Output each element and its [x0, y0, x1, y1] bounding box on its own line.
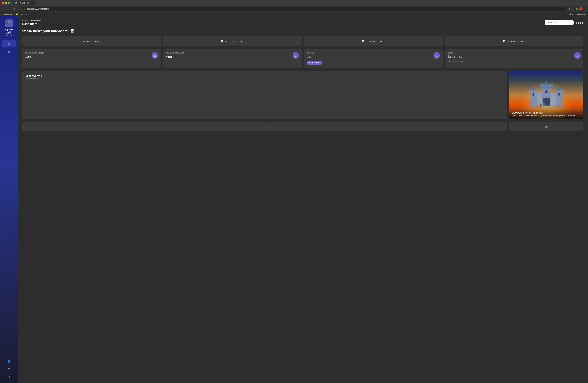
sales-subtitle-rest: in 2021: [34, 78, 41, 80]
breadcrumb-separator: /: [29, 20, 30, 22]
gear-icon: ⚙: [7, 367, 10, 371]
tab-dropdown-icon[interactable]: ▾: [585, 2, 586, 4]
reading-sessions-info: READING SESSIONS 480: [166, 52, 184, 59]
magic-icon: ✦: [8, 65, 10, 69]
sidebar-item-dashboard[interactable]: ▣: [2, 48, 16, 55]
sales-change-label: than last month: [452, 60, 464, 62]
tab-bar: 🚀 Toy Box Tales ✕ +: [13, 1, 584, 5]
header-right: Sign In: [545, 20, 584, 25]
more-row: △ ▣: [22, 122, 584, 132]
browser-tab[interactable]: 🚀 Toy Box Tales ✕: [13, 1, 36, 5]
breadcrumb-current: Dashboard: [31, 20, 41, 22]
bottom-section: Sales Overview 4% more in 2021: [22, 71, 584, 119]
svg-point-22: [532, 93, 534, 96]
sidebar-item-profile[interactable]: 👤: [2, 358, 16, 365]
sales-card: SALES $103,430 +5% than last month ⌂: [445, 49, 584, 68]
sales-highlight: 4% more: [26, 78, 34, 80]
generate-story-button-1[interactable]: 📊 GENERATE STORY: [163, 36, 302, 46]
more-card-right: ▣: [509, 122, 584, 132]
svg-rect-10: [530, 89, 532, 90]
my-stories-button[interactable]: 📚 MY STORIES: [22, 36, 161, 46]
moon-icon: ☽: [7, 375, 10, 379]
breadcrumb-pages: Pages: [22, 20, 28, 22]
svg-marker-19: [557, 86, 561, 90]
quick-actions: 📚 MY STORIES 📊 GENERATE STORY 📊 GENERATE…: [22, 36, 584, 46]
logo-icon: 🚀: [5, 19, 13, 27]
stories-icon: 📚: [83, 40, 86, 43]
generate-icon-2: 📊: [362, 40, 364, 43]
extension-icon[interactable]: 🧩: [575, 8, 578, 10]
profile-icon[interactable]: [579, 7, 583, 10]
browser-toolbar: ← → ↻ ⌂ 🔒 localhost:3000/dashboard ⬆ ☆ 🧩…: [0, 6, 588, 12]
url-text: localhost:3000/dashboard: [27, 8, 565, 10]
tab-close-icon[interactable]: ✕: [32, 2, 33, 4]
sidebar-item-darkmode[interactable]: ☽: [2, 374, 16, 381]
sidebar-item-generate[interactable]: ✦: [2, 64, 16, 70]
other-bookmarks[interactable]: 📁 Other Bookmarks: [569, 13, 586, 15]
home-stat-icon: ⌂: [154, 54, 156, 57]
minimize-button[interactable]: [5, 2, 7, 4]
sidebar-bottom: 👤 ⚙ ☽: [0, 358, 18, 381]
toyboxtales-bookmark[interactable]: 📁 ToyBoxTales: [16, 13, 29, 15]
app-name: Toy Box Tales: [5, 28, 13, 33]
lock-icon: 🔒: [23, 8, 26, 10]
sign-in-button[interactable]: Sign In: [576, 22, 584, 24]
sidebar: 🚀 Toy Box Tales STORY GENERATOR ⌂ ▣ ☰ ✦: [0, 17, 18, 383]
svg-point-23: [558, 93, 560, 96]
menu-icon[interactable]: ⋮: [584, 8, 586, 10]
castle-illustration: [524, 81, 569, 110]
page-header: Pages / Dashboard Dashboard Sign In: [22, 20, 584, 26]
svg-rect-7: [549, 84, 550, 86]
welcome-message: Oscar, here's your dashboard! 📊: [22, 29, 584, 33]
sidebar-item-stories[interactable]: ☰: [2, 56, 16, 63]
sidebar-item-home[interactable]: ⌂: [2, 40, 16, 47]
sales-info: SALES $103,430 +5% than last month: [448, 52, 464, 62]
svg-rect-9: [530, 90, 537, 106]
share-icon[interactable]: ⬆: [569, 8, 570, 10]
back-button[interactable]: ←: [2, 7, 6, 10]
bookmark-icon[interactable]: ☆: [572, 8, 574, 10]
sales-overview-subtitle: 4% more in 2021: [26, 78, 504, 80]
search-input[interactable]: [545, 20, 574, 25]
bookmark-folder-icon: 📁: [16, 13, 18, 15]
forward-button[interactable]: →: [7, 7, 11, 10]
stories-generated-icon: ⌂: [152, 52, 158, 59]
close-button[interactable]: [2, 2, 4, 4]
sales-icon: ⌂: [574, 52, 581, 59]
stories-generated-label: STORIES GENERATED: [25, 52, 45, 54]
stories-generated-value: 124: [25, 55, 45, 59]
reading-sessions-label: READING SESSIONS: [166, 52, 184, 54]
generate-story-button-2[interactable]: 📊 GENERATE STORY: [304, 36, 443, 46]
sidebar-nav: ⌂ ▣ ☰ ✦: [0, 40, 18, 358]
buy-more-button[interactable]: BUY MORE: [307, 61, 322, 65]
traffic-lights: [2, 2, 10, 4]
svg-point-25: [540, 104, 542, 105]
rocket-icon: 🚀: [6, 21, 11, 25]
generate-story-button-3[interactable]: 📊 GENERATE STORY: [445, 36, 584, 46]
svg-marker-17: [544, 81, 549, 85]
promo-card: Share with us your design tips! Don't be…: [509, 71, 584, 119]
new-tab-button[interactable]: +: [36, 1, 40, 5]
home-nav-button[interactable]: ⌂: [17, 7, 20, 10]
maximize-button[interactable]: [8, 2, 10, 4]
logo-section: 🚀 Toy Box Tales STORY GENERATOR: [3, 19, 15, 37]
page-title-section: Pages / Dashboard Dashboard: [22, 20, 41, 26]
address-bar[interactable]: 🔒 localhost:3000/dashboard: [21, 7, 567, 11]
book-icon: ☰: [7, 57, 10, 61]
tokens-card: TOKENS 18 BUY MORE ⌂: [304, 49, 443, 68]
tab-title: Toy Box Tales: [18, 2, 30, 4]
svg-point-21: [545, 90, 548, 93]
svg-rect-13: [556, 90, 563, 106]
sales-overview-title: Sales Overview: [26, 74, 504, 77]
stats-row: STORIES GENERATED 124 ⌂ READING SESSIONS…: [22, 49, 584, 68]
other-bookmarks-folder-icon: 📁: [569, 13, 571, 15]
bookmarks-label: ☆ Bookmarks: [2, 13, 13, 15]
svg-rect-14: [556, 89, 558, 90]
app-subtitle: STORY GENERATOR: [4, 33, 14, 37]
reading-sessions-value: 480: [166, 55, 184, 59]
reload-button[interactable]: ↻: [12, 7, 16, 10]
more-icon-left: △: [264, 125, 266, 128]
svg-rect-16: [561, 89, 563, 90]
sidebar-item-settings[interactable]: ⚙: [2, 366, 16, 373]
reading-sessions-card: READING SESSIONS 480 ⌂: [163, 49, 302, 68]
